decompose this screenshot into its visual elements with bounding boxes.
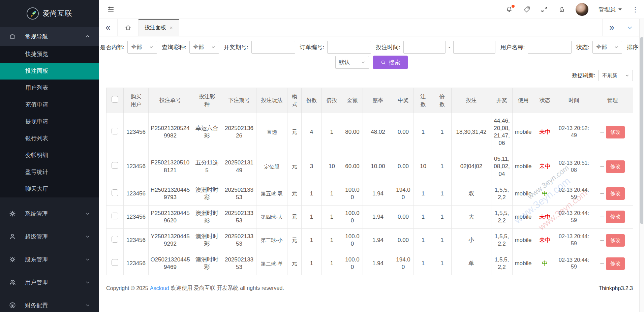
filter-control: 开奖期号: [224,41,295,54]
tabs-dropdown-icon[interactable] [621,19,639,36]
filter-label: 用户名称: [500,43,525,51]
sidebar-item[interactable]: 聊天大厅 [0,181,99,197]
row-checkbox[interactable] [112,236,118,243]
home-tab-icon[interactable] [118,19,139,36]
filter-select[interactable]: 全部 [189,41,219,54]
tabs-scroll-left-icon[interactable]: « [99,19,118,36]
cell-multiplier: 1 [433,229,452,252]
modify-button[interactable]: 修改 [606,126,625,138]
lock-icon[interactable] [558,6,565,13]
cell-checkbox [106,182,124,205]
cell-multiplier: 1 [433,113,452,151]
column-header: 投注单号 [149,88,192,113]
cell-odds: 10.00 [363,151,393,182]
cell-play: 第二球-单 [256,252,287,275]
footer-link[interactable]: Ascloud [150,285,169,291]
manage-prefix: -- [600,213,604,220]
row-checkbox[interactable] [112,213,118,219]
cell-win: 194.00 [393,252,413,275]
cell-win: 0.00 [393,113,413,151]
refresh-select[interactable]: 不刷新 [599,70,633,81]
filter-select[interactable]: 全部 [592,41,622,54]
range-separator: - [449,44,450,50]
chevron-down-icon [211,45,215,49]
sidebar-item[interactable]: 银行列表 [0,130,99,147]
sidebar-group-label: 财务配置 [25,302,48,309]
sidebar-group[interactable]: 股东管理 [0,248,99,271]
cell-odds: 48.02 [363,113,393,151]
modify-button[interactable]: 修改 [606,234,625,247]
scrollbar-track [639,19,644,312]
filter-control: 状态:全部 [576,41,622,54]
cell-period: 20250213353 [222,205,256,228]
cell-multiplier: 1 [433,205,452,228]
filter-input[interactable] [327,41,371,54]
tabbar-spacer [179,19,602,36]
tabs-scroll-right-icon[interactable]: » [602,19,621,36]
tag-icon[interactable] [523,6,530,13]
row-checkbox[interactable] [112,128,118,134]
sidebar-group[interactable]: 超级管理 [0,225,99,248]
modify-button[interactable]: 修改 [606,160,625,173]
filter-input[interactable] [528,41,572,54]
sidebar-item-active[interactable]: 投注面板 [0,63,99,80]
sidebar-group[interactable]: 财务配置 [0,294,99,312]
filter-select[interactable]: 全部 [127,41,157,54]
cell-bet_multiple: 1 [322,205,342,228]
person-icon [9,233,16,240]
sidebar-item[interactable]: 提现申请 [0,113,99,130]
cell-play: 第五球-双 [256,182,287,205]
filter-label: 订单编号: [300,43,325,51]
search-button[interactable]: 搜索 [373,56,408,69]
manage-prefix: -- [600,163,604,169]
cell-status: 未中 [534,205,556,228]
sidebar-item[interactable]: 充值申请 [0,96,99,113]
tab-close-icon[interactable]: × [170,25,173,31]
cell-win: 194.00 [393,182,413,205]
cell-mode: 元 [287,151,302,182]
sort-select[interactable]: 默认 [335,56,369,69]
sidebar-section-general-nav[interactable]: 常规导航 [0,27,99,46]
chevron-down-icon [614,45,618,49]
row-checkbox[interactable] [112,189,118,196]
cell-client: mobile [513,182,534,205]
filter-label: 状态: [576,43,589,51]
cell-draw_result: 1,5,5,2,2 [491,252,513,275]
sidebar-group[interactable]: 系统管理 [0,202,99,225]
more-menu-icon[interactable]: ⋮ [632,6,639,13]
sidebar-toggle-icon[interactable] [107,6,115,13]
sidebar-item[interactable]: 变帐明细 [0,147,99,164]
cell-time: 02-13 20:44:59 [556,229,592,252]
tab-betting-panel[interactable]: 投注面板 × [139,19,179,36]
modify-button[interactable]: 修改 [606,187,625,200]
page-footer: Copyright © 2025 Ascloud 欢迎使用 爱尚互联 开发系统 … [106,280,633,292]
notification-bell-icon[interactable] [505,6,513,13]
row-checkbox[interactable] [112,162,118,169]
sidebar-item[interactable]: 快捷预览 [0,46,99,63]
cell-order_no: P250213204459620 [149,205,192,228]
cell-order_no: H250213204459793 [149,182,192,205]
cell-odds: 1.94 [363,229,393,252]
user-avatar[interactable] [576,3,588,16]
cell-status: 未中 [534,113,556,151]
table-row: 123456O250213204459469澳洲时时彩20250213353第二… [106,252,633,275]
filter-input[interactable] [251,41,295,54]
cell-bets: 1 [413,205,433,228]
sidebar-group[interactable]: 用户管理 [0,271,99,294]
sidebar-item[interactable]: 用户列表 [0,80,99,96]
fullscreen-icon[interactable] [541,6,548,13]
user-menu[interactable]: 管理员 [599,5,622,13]
modify-button[interactable]: 修改 [606,211,625,223]
row-checkbox[interactable] [112,259,118,266]
modify-button[interactable]: 修改 [606,257,625,270]
filter-input-to[interactable] [453,41,495,54]
sidebar-item[interactable]: 盈亏统计 [0,164,99,181]
select-all-checkbox[interactable] [112,96,118,103]
cell-multiplier: 1 [433,182,452,205]
scrollbar-thumb[interactable] [640,37,643,224]
table-row: 123456P250213204459620澳洲时时彩20250213353第四… [106,205,633,228]
cell-shares: 1 [302,182,322,205]
column-header: 开奖 [491,88,513,113]
cell-bet_multiple: 1 [322,229,342,252]
filter-input-from[interactable] [403,41,446,54]
